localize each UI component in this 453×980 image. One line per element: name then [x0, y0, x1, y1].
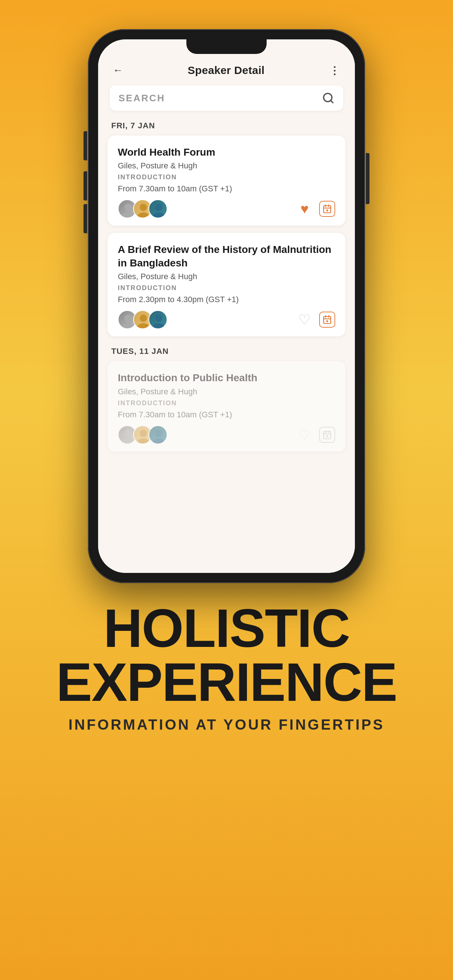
svg-point-17 — [137, 323, 149, 329]
promo-big-title: HOLISTIC EXPERIENCE — [56, 601, 397, 709]
svg-point-4 — [140, 204, 147, 211]
avatar-3c — [148, 425, 167, 444]
avatars-3 — [118, 425, 164, 444]
back-button[interactable]: ← — [113, 65, 123, 76]
page-title: Speaker Detail — [188, 64, 265, 76]
svg-point-26 — [124, 430, 132, 437]
event-speakers-2: Giles, Posture & Hugh — [118, 272, 335, 282]
svg-point-7 — [153, 213, 164, 218]
svg-point-29 — [137, 438, 149, 444]
search-placeholder: SEARCH — [118, 92, 322, 104]
more-button[interactable]: ⋮ — [329, 65, 340, 76]
calendar-add-icon-2 — [322, 315, 332, 325]
avatar-2c — [148, 310, 167, 329]
avatars-2 — [118, 310, 164, 329]
notch — [187, 39, 266, 54]
svg-point-19 — [153, 323, 164, 329]
event-actions-1: ♥ — [297, 201, 335, 217]
like-button-2[interactable]: ♡ — [297, 312, 313, 328]
svg-point-27 — [122, 438, 134, 444]
svg-point-3 — [122, 213, 134, 218]
date-label-tues: TUES, 11 JAN — [98, 344, 355, 361]
heart-outline-icon-3: ♡ — [298, 427, 311, 443]
svg-point-30 — [155, 430, 162, 437]
svg-line-1 — [331, 100, 333, 103]
heart-filled-icon: ♥ — [301, 201, 309, 217]
app-content: ← Speaker Detail ⋮ SEARCH FRI, 7 JAN W — [98, 54, 355, 573]
like-button-1[interactable]: ♥ — [297, 201, 313, 217]
search-icon — [322, 92, 335, 104]
calendar-add-icon — [322, 204, 332, 213]
svg-point-16 — [140, 315, 147, 322]
svg-point-31 — [153, 438, 164, 444]
event-title-3: Introduction to Public Health — [118, 371, 335, 385]
promo-section: HOLISTIC EXPERIENCE INFORMATION AT YOUR … — [27, 601, 426, 733]
event-time-2: From 2.30pm to 4.30pm (GST +1) — [118, 295, 335, 304]
event-tag-1: INTRODUCTION — [118, 173, 335, 181]
svg-point-6 — [155, 204, 162, 211]
event-speakers-1: Giles, Posture & Hugh — [118, 161, 335, 170]
event-title-1: World Health Forum — [118, 146, 335, 159]
event-card-3: Introduction to Public Health Giles, Pos… — [108, 361, 345, 451]
date-label-fri: FRI, 7 JAN — [98, 118, 355, 135]
event-actions-3: ♡ — [297, 427, 335, 443]
promo-title-line2: EXPERIENCE — [56, 652, 397, 712]
event-footer-1: ♥ — [118, 199, 335, 218]
svg-point-28 — [140, 430, 147, 437]
heart-outline-icon: ♡ — [298, 312, 311, 328]
calendar-button-3[interactable] — [319, 427, 335, 443]
event-tag-3: INTRODUCTION — [118, 399, 335, 407]
promo-title-line1: HOLISTIC — [104, 598, 350, 658]
event-title-2: A Brief Review of the History of Malnutr… — [118, 243, 335, 270]
svg-point-14 — [124, 315, 132, 322]
avatars-1 — [118, 199, 164, 218]
avatar-1c — [148, 199, 167, 218]
event-tag-2: INTRODUCTION — [118, 284, 335, 292]
calendar-button-1[interactable] — [319, 201, 335, 217]
event-actions-2: ♡ — [297, 312, 335, 328]
calendar-add-icon-3 — [322, 430, 332, 439]
svg-point-15 — [122, 323, 134, 329]
svg-point-2 — [124, 204, 132, 211]
event-footer-2: ♡ — [118, 310, 335, 329]
event-time-1: From 7.30am to 10am (GST +1) — [118, 184, 335, 194]
phone-shell: ← Speaker Detail ⋮ SEARCH FRI, 7 JAN W — [88, 29, 365, 583]
search-bar[interactable]: SEARCH — [110, 85, 343, 111]
event-card-2: A Brief Review of the History of Malnutr… — [108, 233, 345, 336]
svg-point-18 — [155, 315, 162, 322]
phone-screen: ← Speaker Detail ⋮ SEARCH FRI, 7 JAN W — [98, 39, 355, 573]
event-speakers-3: Giles, Posture & Hugh — [118, 387, 335, 396]
svg-point-5 — [137, 213, 149, 218]
event-time-3: From 7.30am to 10am (GST +1) — [118, 410, 335, 420]
event-card-1: World Health Forum Giles, Posture & Hugh… — [108, 135, 345, 226]
calendar-button-2[interactable] — [319, 312, 335, 328]
app-header: ← Speaker Detail ⋮ — [98, 54, 355, 83]
promo-sub-title: INFORMATION AT YOUR FINGERTIPS — [56, 716, 397, 733]
phone-mockup: ← Speaker Detail ⋮ SEARCH FRI, 7 JAN W — [88, 29, 365, 583]
like-button-3[interactable]: ♡ — [297, 427, 313, 443]
event-footer-3: ♡ — [118, 425, 335, 444]
